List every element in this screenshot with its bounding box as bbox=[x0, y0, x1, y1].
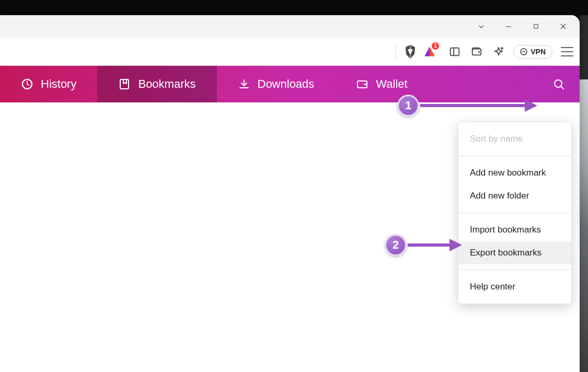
main-menu-button[interactable] bbox=[560, 44, 574, 59]
desktop-wallpaper-edge bbox=[580, 15, 588, 372]
annotation-step-2: 2 bbox=[385, 234, 407, 256]
annotation-badge: 2 bbox=[385, 234, 407, 256]
address-omnibox-extensions: 1 bbox=[390, 41, 443, 62]
svg-line-18 bbox=[561, 86, 563, 89]
annotation-arrow-1-line bbox=[420, 104, 525, 107]
svg-rect-8 bbox=[451, 48, 459, 55]
bookmarks-options-menu: Sort by name Add new bookmark Add new fo… bbox=[458, 122, 572, 304]
vpn-label: VPN bbox=[531, 48, 546, 56]
menu-add-bookmark[interactable]: Add new bookmark bbox=[458, 161, 571, 184]
svg-rect-14 bbox=[120, 79, 129, 89]
toolbar-divider bbox=[395, 45, 396, 59]
window-close-button[interactable] bbox=[549, 15, 577, 38]
nav-bookmarks[interactable]: Bookmarks bbox=[97, 66, 216, 102]
vpn-status-dot-icon bbox=[520, 48, 527, 55]
nav-downloads[interactable]: Downloads bbox=[217, 66, 336, 102]
annotation-arrow-1-head bbox=[525, 99, 537, 112]
annotation-step-1: 1 bbox=[397, 95, 419, 117]
history-icon bbox=[21, 78, 33, 90]
svg-rect-1 bbox=[534, 25, 538, 29]
svg-point-12 bbox=[501, 48, 503, 49]
window-minimize-button[interactable] bbox=[495, 15, 522, 38]
nav-search-button[interactable] bbox=[538, 66, 580, 102]
toolbar-actions: VPN bbox=[447, 44, 575, 59]
vpn-button[interactable]: VPN bbox=[513, 45, 552, 59]
rewards-badge: 1 bbox=[431, 42, 440, 50]
menu-help-center[interactable]: Help center bbox=[458, 275, 571, 298]
browser-toolbar: 1 VPN bbox=[0, 38, 580, 66]
nav-history[interactable]: History bbox=[0, 66, 97, 102]
menu-export-bookmarks[interactable]: Export bookmarks bbox=[458, 241, 571, 264]
brave-rewards-icon[interactable]: 1 bbox=[423, 44, 436, 60]
annotation-arrow-2-head bbox=[449, 239, 462, 251]
search-icon bbox=[552, 78, 565, 90]
window-titlebar bbox=[0, 15, 580, 38]
svg-point-16 bbox=[365, 84, 365, 85]
menu-import-bookmarks[interactable]: Import bookmarks bbox=[458, 218, 571, 241]
svg-point-11 bbox=[479, 51, 479, 52]
annotation-arrow-2-line bbox=[408, 243, 449, 247]
nav-label: History bbox=[41, 77, 76, 91]
hamburger-icon bbox=[561, 47, 573, 56]
leo-ai-icon[interactable] bbox=[491, 44, 506, 59]
bookmark-icon bbox=[118, 78, 131, 90]
nav-label: Wallet bbox=[376, 77, 407, 91]
wallet-nav-icon bbox=[356, 78, 368, 90]
tab-dropdown-chevron-icon[interactable] bbox=[471, 22, 492, 31]
annotation-badge: 1 bbox=[397, 95, 419, 117]
nav-label: Bookmarks bbox=[138, 77, 195, 91]
nav-label: Downloads bbox=[258, 77, 315, 91]
download-icon bbox=[238, 78, 250, 90]
brave-shields-icon[interactable] bbox=[403, 44, 418, 59]
hub-navbar: History Bookmarks Downloads Wallet bbox=[0, 66, 580, 102]
window-maximize-button[interactable] bbox=[522, 15, 549, 38]
menu-sort-by-name[interactable]: Sort by name bbox=[458, 127, 571, 150]
sidebar-toggle-icon[interactable] bbox=[447, 44, 462, 59]
browser-window: 1 VPN History bbox=[0, 15, 580, 372]
menu-add-folder[interactable]: Add new folder bbox=[458, 184, 571, 207]
wallet-icon[interactable] bbox=[469, 44, 484, 59]
